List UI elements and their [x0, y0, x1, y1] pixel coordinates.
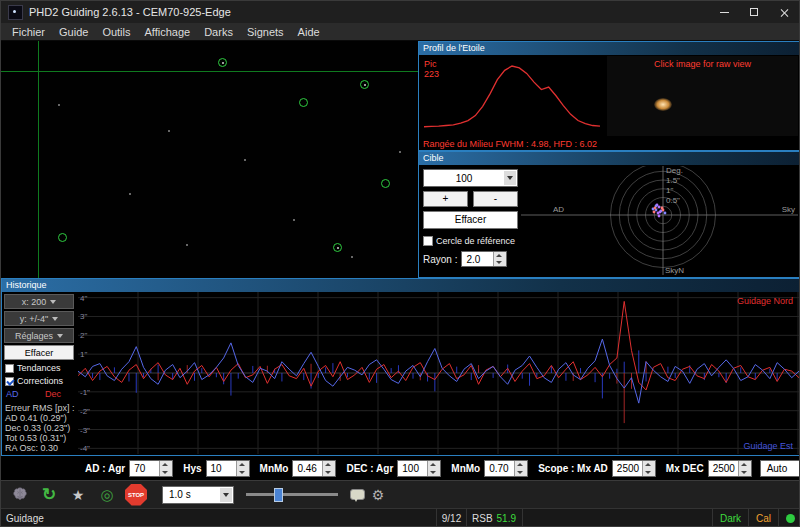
- dec-minmove-spinner[interactable]: 0.70: [484, 460, 528, 477]
- peak-value: 223: [424, 69, 439, 79]
- max-dec-duration-label: Mx DEC: [666, 463, 704, 474]
- app-icon: [8, 5, 23, 20]
- spinner-arrows-icon[interactable]: [236, 461, 249, 476]
- rms-ra: AD 0.41 (0.29"): [5, 413, 78, 423]
- guide-button[interactable]: ◎: [94, 483, 120, 507]
- target-panel-header[interactable]: Cible: [419, 152, 800, 165]
- spinner-arrows-icon[interactable]: [642, 461, 655, 476]
- target-clear-button[interactable]: Effacer: [423, 211, 518, 229]
- menu-signets[interactable]: Signets: [240, 26, 291, 38]
- corrections-label: Corrections: [17, 376, 63, 386]
- guide-camera-view[interactable]: [1, 41, 418, 278]
- max-dec-duration-value: 2500: [713, 463, 735, 474]
- spinner-arrows-icon[interactable]: [514, 461, 527, 476]
- history-controls: x: 200 y: +/-4" Réglages Effacer Tendanc…: [2, 292, 78, 455]
- lock-position-hline: [1, 71, 418, 72]
- dec-minmove-label: MnMo: [451, 463, 480, 474]
- brain-settings-button[interactable]: [7, 483, 33, 507]
- history-panel: Historique x: 200 y: +/-4" Réglages Effa…: [1, 278, 800, 456]
- menu-guide[interactable]: Guide: [52, 26, 95, 38]
- gear-icon: ⚙: [372, 488, 385, 502]
- status-cal-indicator: Cal: [749, 509, 779, 527]
- ra-minmove-spinner[interactable]: 0.46: [292, 460, 336, 477]
- guide-target-icon: ◎: [100, 487, 113, 502]
- dropdown-arrow-icon: [220, 488, 232, 502]
- menu-fichier[interactable]: Fichier: [5, 26, 52, 38]
- faint-star: [244, 159, 246, 161]
- status-mode: Guidage: [1, 509, 437, 527]
- status-frame-count: 9/12: [437, 509, 467, 527]
- tools-button[interactable]: ⚙: [365, 483, 391, 507]
- faint-star: [168, 130, 170, 132]
- slider-thumb[interactable]: [274, 488, 283, 502]
- svg-text:4": 4": [80, 294, 87, 303]
- faint-star: [351, 256, 353, 258]
- spinner-arrows-icon[interactable]: [738, 461, 751, 476]
- svg-text:-4": -4": [80, 444, 90, 453]
- close-button[interactable]: [769, 1, 799, 23]
- history-clear-button[interactable]: Effacer: [4, 345, 74, 360]
- menu-aide[interactable]: Aide: [291, 26, 327, 38]
- exposure-duration-select[interactable]: 1.0 s: [162, 486, 234, 504]
- spinner-arrows-icon[interactable]: [493, 252, 506, 266]
- speech-bubble-icon[interactable]: [350, 489, 365, 500]
- history-y-scale-select[interactable]: y: +/-4": [4, 311, 74, 326]
- gamma-slider[interactable]: [246, 486, 338, 504]
- max-ra-duration-value: 2500: [617, 463, 639, 474]
- menu-affichage[interactable]: Affichage: [138, 26, 198, 38]
- lock-position-vline: [38, 41, 39, 278]
- ra-legend: AD: [6, 389, 19, 399]
- axes-legend: AD Dec: [6, 389, 78, 399]
- target-zoom-select[interactable]: 100: [423, 169, 518, 187]
- svg-text:AD: AD: [553, 205, 564, 214]
- trendlines-checkbox[interactable]: [5, 364, 14, 373]
- faint-star: [293, 219, 295, 221]
- menu-outils[interactable]: Outils: [95, 26, 137, 38]
- spinner-arrows-icon[interactable]: [159, 461, 172, 476]
- star-profile-graph: [420, 56, 606, 136]
- zoom-out-button[interactable]: -: [473, 191, 518, 207]
- cal-label: Cal: [756, 513, 771, 524]
- stop-button[interactable]: STOP: [123, 483, 149, 507]
- minimize-button[interactable]: [709, 1, 739, 23]
- star-profile-panel-header[interactable]: Profil de l'Etoile: [419, 42, 800, 55]
- spinner-arrows-icon[interactable]: [322, 461, 335, 476]
- maximize-icon: [750, 8, 758, 16]
- guide-star-marker: [58, 233, 67, 242]
- dec-guide-mode-value: Auto: [767, 463, 788, 474]
- radius-spinner[interactable]: 2.0: [461, 251, 507, 267]
- ra-minmove-label: MnMo: [260, 463, 289, 474]
- target-bullseye-svg: Deg.1.5"1"0.5"ADSkySkyN: [521, 166, 798, 275]
- ra-aggression-spinner[interactable]: 70: [129, 460, 173, 477]
- svg-text:Sky: Sky: [782, 205, 795, 214]
- maximize-button[interactable]: [739, 1, 769, 23]
- svg-text:-1": -1": [80, 388, 90, 397]
- slider-track: [246, 493, 338, 496]
- auto-select-star-button[interactable]: ★: [65, 483, 91, 507]
- loop-exposures-button[interactable]: ↻: [36, 483, 62, 507]
- history-x-scale-select[interactable]: x: 200: [4, 294, 74, 309]
- svg-text:1.5": 1.5": [666, 176, 680, 185]
- dec-aggression-spinner[interactable]: 100: [397, 460, 441, 477]
- history-panel-header[interactable]: Historique: [2, 279, 800, 292]
- reference-circle-checkbox[interactable]: [423, 236, 433, 246]
- max-ra-duration-spinner[interactable]: 2500: [612, 460, 656, 477]
- x-scale-value: x: 200: [22, 297, 47, 307]
- corrections-checkbox[interactable]: [5, 377, 14, 386]
- menu-darks[interactable]: Darks: [197, 26, 240, 38]
- max-ra-duration-label: Scope : Mx AD: [538, 463, 608, 474]
- history-settings-button[interactable]: Réglages: [4, 328, 74, 343]
- zoom-in-button[interactable]: +: [423, 191, 468, 207]
- stop-icon: STOP: [125, 484, 147, 506]
- dec-guide-mode-select[interactable]: Auto: [760, 460, 800, 477]
- ra-oscillation-readout: RA Osc: 0.30: [5, 443, 58, 453]
- max-dec-duration-spinner[interactable]: 2500: [708, 460, 752, 477]
- history-graph: 4"3"2"1"-1"-2"-3"-4"Guidage NordGuidage …: [78, 292, 799, 454]
- ra-hysteresis-spinner[interactable]: 10: [206, 460, 250, 477]
- status-connection-led: [779, 509, 800, 527]
- spinner-arrows-icon[interactable]: [427, 461, 440, 476]
- svg-text:SkyN: SkyN: [665, 266, 684, 275]
- raw-star-image[interactable]: Click image for raw view: [607, 56, 798, 136]
- target-zoom-value: 100: [456, 173, 473, 184]
- history-graph-svg: 4"3"2"1"-1"-2"-3"-4"Guidage NordGuidage …: [78, 292, 799, 454]
